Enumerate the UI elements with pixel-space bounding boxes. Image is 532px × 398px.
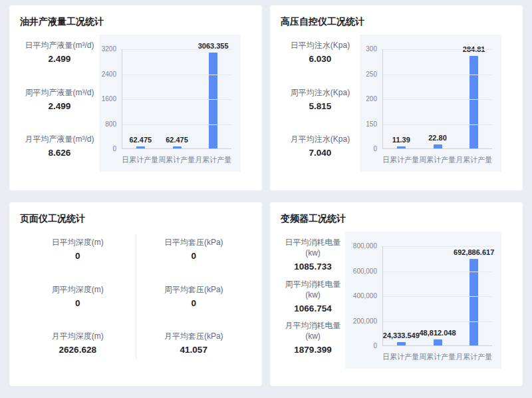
stat-label: 月平均消耗电量(kw): [281, 320, 345, 341]
stat-daily-avg: 日平均消耗电量(kw) 1085.733: [281, 237, 345, 272]
plot-area: 11.3922.80284.81: [382, 49, 492, 149]
stat-daily-depth: 日平均深度(m) 0: [20, 237, 136, 262]
x-axis-labels: 日累计产量周累计产量月累计产量: [122, 149, 231, 165]
y-tick-label: 150: [366, 120, 377, 128]
gridline: [383, 75, 492, 75]
y-axis: 0150200250300: [360, 49, 382, 149]
gridline: [122, 124, 231, 125]
panel-body: 日平均产液量(m³/d) 2.499 周平均产液量(m³/d) 2.499 月平…: [20, 35, 251, 172]
panel-frequency-converter: 变频器工况统计 日平均消耗电量(kw) 1085.733 周平均消耗电量(kw)…: [270, 202, 523, 386]
y-tick-label: 800,000: [353, 242, 377, 250]
bar: [469, 259, 478, 345]
x-axis-labels: 日累计产量周累计产量月累计产量: [382, 149, 492, 165]
panel-oil-well-production: 油井产液量工况统计 日平均产液量(m³/d) 2.499 周平均产液量(m³/d…: [9, 5, 262, 190]
panel-title: 页面仪工况统计: [20, 212, 251, 225]
stat-monthly-depth: 月平均深度(m) 2626.628: [20, 331, 136, 355]
y-tick-label: 300: [366, 45, 377, 53]
y-tick-label: 0: [112, 145, 116, 153]
stat-monthly-avg: 月平均消耗电量(kw) 1879.399: [281, 320, 345, 355]
category-label: 日累计产量: [382, 352, 419, 362]
stat-monthly-casing-pressure: 月平均套压(kPa) 41.057: [136, 331, 252, 355]
plot-area: 62.47562.4753063.355: [122, 49, 231, 149]
category-label: 月累计产量: [456, 155, 492, 165]
y-tick-label: 800: [105, 120, 116, 128]
stat-daily-casing-pressure: 日平均套压(kPa) 0: [136, 237, 252, 262]
bar: [397, 146, 406, 148]
stat-value: 7.040: [281, 148, 360, 158]
bar: [434, 339, 442, 345]
gridline: [383, 49, 492, 50]
depth-column: 日平均深度(m) 0 周平均深度(m) 0 月平均深度(m) 2626.628: [20, 232, 136, 369]
x-axis-labels: 日累计产量周累计产量月累计产量: [382, 346, 492, 362]
stat-value: 41.057: [136, 345, 252, 355]
stat-value: 0: [136, 251, 252, 262]
gridline: [383, 296, 492, 297]
category-label: 日累计产量: [382, 155, 419, 165]
stat-value: 2.499: [20, 101, 99, 112]
stats-column: 日平均注水(Kpa) 6.030 周平均注水(Kpa) 5.815 月平均注水(…: [281, 35, 360, 172]
stat-label: 日平均套压(kPa): [136, 237, 252, 248]
gridline: [383, 99, 492, 100]
bar-value-label: 48,812.048: [419, 329, 456, 337]
y-axis: 0800160024003200: [99, 49, 122, 149]
stat-daily-avg: 日平均产液量(m³/d) 2.499: [20, 40, 99, 65]
category-label: 周累计产量: [158, 155, 195, 165]
stat-label: 日平均注水(Kpa): [281, 40, 360, 51]
stat-label: 月平均注水(Kpa): [281, 134, 360, 144]
bar: [136, 146, 145, 148]
category-label: 周累计产量: [419, 155, 456, 165]
stat-value: 0: [136, 298, 252, 309]
bar-chart-power-consumption: 0200,000400,000600,000800,000 24,333.549…: [345, 232, 501, 369]
y-axis: 0200,000400,000600,000800,000: [345, 246, 382, 346]
bar-value-label: 24,333.549: [383, 331, 420, 339]
y-tick-label: 200: [366, 95, 377, 103]
stat-value: 1879.399: [281, 345, 345, 355]
panel-high-pressure-control: 高压自控仪工况统计 日平均注水(Kpa) 6.030 周平均注水(Kpa) 5.…: [270, 5, 523, 190]
bar-chart-water-injection: 0150200250300 11.3922.80284.81 日累计产量周累计产…: [360, 35, 501, 172]
panel-title: 高压自控仪工况统计: [281, 15, 512, 28]
y-tick-label: 600,000: [353, 268, 377, 276]
bar: [397, 342, 406, 345]
panel-title: 油井产液量工况统计: [20, 15, 251, 28]
stat-label: 周平均深度(m): [20, 284, 136, 295]
stat-daily-avg: 日平均注水(Kpa) 6.030: [281, 40, 360, 65]
stat-label: 周平均套压(kPa): [136, 284, 252, 295]
bar-value-label: 692,886.617: [454, 248, 494, 256]
bar-value-label: 22.80: [428, 134, 447, 142]
stat-value: 5.815: [281, 101, 360, 112]
stat-value: 0: [20, 251, 136, 262]
dashboard-page: 油井产液量工况统计 日平均产液量(m³/d) 2.499 周平均产液量(m³/d…: [0, 0, 532, 398]
panel-level-meter: 页面仪工况统计 日平均深度(m) 0 周平均深度(m) 0 月平均深度(m) 2…: [9, 202, 262, 386]
stat-weekly-depth: 周平均深度(m) 0: [20, 284, 136, 309]
plot-row: 0800160024003200 62.47562.4753063.355: [99, 49, 241, 149]
stat-label: 月平均产液量(m³/d): [20, 134, 99, 144]
panel-body: 日平均注水(Kpa) 6.030 周平均注水(Kpa) 5.815 月平均注水(…: [281, 35, 512, 172]
gridline: [383, 321, 492, 322]
casing-pressure-column: 日平均套压(kPa) 0 周平均套压(kPa) 0 月平均套压(kPa) 41.…: [136, 232, 252, 369]
y-tick-label: 400,000: [353, 292, 377, 300]
bar-value-label: 62.475: [166, 136, 188, 144]
y-tick-label: 0: [373, 342, 377, 350]
stat-weekly-casing-pressure: 周平均套压(kPa) 0: [136, 284, 252, 309]
stat-value: 1066.754: [281, 303, 345, 314]
stat-label: 日平均深度(m): [20, 237, 136, 248]
stat-label: 月平均套压(kPa): [136, 331, 252, 341]
y-tick-label: 200,000: [353, 317, 377, 325]
bar-chart-oil-production: 0800160024003200 62.47562.4753063.355 日累…: [99, 35, 241, 172]
y-tick-label: 1600: [102, 95, 116, 103]
stat-label: 月平均深度(m): [20, 331, 136, 341]
gridline: [122, 75, 231, 75]
stat-value: 6.030: [281, 54, 360, 65]
stat-monthly-avg: 月平均产液量(m³/d) 8.626: [20, 134, 99, 158]
gridline: [383, 246, 492, 247]
stat-weekly-avg: 周平均产液量(m³/d) 2.499: [20, 87, 99, 112]
y-tick-label: 3200: [102, 45, 116, 53]
gridline: [383, 272, 492, 272]
stat-monthly-avg: 月平均注水(Kpa) 7.040: [281, 134, 360, 158]
stat-label: 日平均消耗电量(kw): [281, 237, 345, 258]
category-label: 月累计产量: [195, 155, 231, 165]
stat-label: 日平均产液量(m³/d): [20, 40, 99, 51]
stat-value: 2.499: [20, 54, 99, 65]
plot-row: 0150200250300 11.3922.80284.81: [360, 49, 501, 149]
stat-label: 周平均注水(Kpa): [281, 87, 360, 98]
